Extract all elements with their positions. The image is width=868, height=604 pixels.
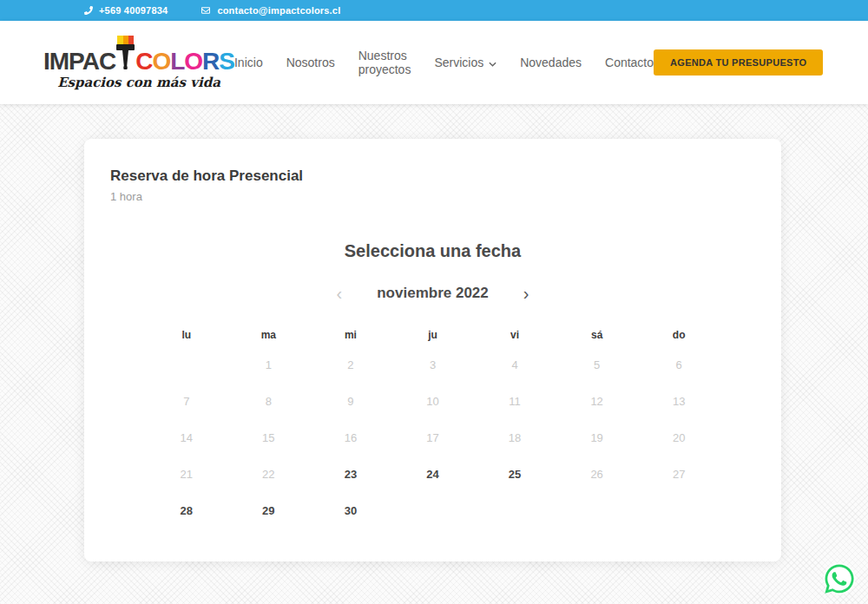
calendar-day-12: 12	[556, 383, 638, 419]
calendar-day-2: 2	[310, 346, 392, 383]
calendar-day-6: 6	[638, 346, 720, 383]
logo-letter: C	[135, 49, 152, 74]
nav-item-nosotros[interactable]: Nosotros	[286, 56, 335, 69]
nav-item-contacto[interactable]: Contacto	[605, 56, 654, 69]
month-nav: ‹ noviembre 2022 ›	[84, 283, 781, 304]
nav-item-label: Nosotros	[286, 56, 335, 69]
calendar-day-15: 15	[227, 419, 310, 456]
logo-word-impact: IMPAC	[43, 49, 115, 74]
calendar-day-5: 5	[556, 346, 638, 383]
calendar-empty-cell	[556, 492, 638, 528]
calendar-day-19: 19	[556, 419, 638, 456]
calendar-day-18: 18	[474, 419, 556, 456]
prev-month-button[interactable]: ‹	[332, 283, 348, 304]
nav-item-label: Nuestros proyectos	[358, 49, 411, 76]
select-date-heading: Selecciona una fecha	[84, 241, 781, 261]
nav-item-label: Contacto	[605, 56, 654, 69]
calendar-day-27: 27	[638, 456, 720, 492]
weekday-label: lu	[146, 324, 228, 346]
weekday-label: sá	[556, 324, 638, 346]
weekday-label: mi	[310, 324, 392, 346]
calendar-day-30[interactable]: 30	[310, 492, 392, 528]
calendar-day-4: 4	[474, 346, 556, 383]
service-duration: 1 hora	[110, 190, 755, 203]
calendar-day-25[interactable]: 25	[474, 456, 556, 492]
month-label: noviembre 2022	[377, 285, 489, 302]
envelope-icon	[201, 6, 211, 15]
calendar-empty-cell	[638, 492, 720, 528]
calendar-grid: lumamijuvisádo12345678910111213141516171…	[146, 324, 720, 528]
nav-item-servicios[interactable]: Servicios	[434, 56, 496, 69]
logo-word-colors: COLORS	[135, 49, 234, 74]
logo[interactable]: IMPAC COLORS Espacios con más vida	[43, 36, 234, 90]
topbar-phone-link[interactable]: +569 40097834	[84, 5, 168, 16]
weekday-label: ma	[227, 324, 310, 346]
logo-letter: O	[152, 49, 170, 74]
calendar-day-10: 10	[391, 383, 474, 419]
weekday-label: do	[638, 324, 720, 346]
nav-item-inicio[interactable]: Inicio	[234, 56, 263, 69]
service-title: Reserva de hora Presencial	[110, 167, 755, 185]
nav-item-label: Servicios	[434, 56, 483, 69]
chevron-down-icon	[489, 56, 496, 69]
calendar-day-1: 1	[227, 346, 310, 383]
logo-tagline: Espacios con más vida	[43, 75, 234, 90]
calendar-day-26: 26	[556, 456, 638, 492]
next-month-button[interactable]: ›	[518, 283, 535, 304]
logo-letter: L	[170, 49, 184, 74]
paintbrush-icon	[116, 36, 135, 73]
whatsapp-icon	[823, 585, 856, 598]
nav-item-nuestros-proyectos[interactable]: Nuestros proyectos	[358, 49, 411, 76]
calendar-day-29[interactable]: 29	[227, 492, 310, 528]
nav-item-label: Inicio	[234, 56, 263, 69]
logo-letter: R	[202, 49, 219, 74]
booking-card: Reserva de hora Presencial 1 hora Selecc…	[84, 139, 781, 561]
booking-card-head: Reserva de hora Presencial 1 hora	[84, 139, 781, 203]
calendar-day-17: 17	[391, 419, 474, 456]
calendar-day-24[interactable]: 24	[391, 456, 474, 492]
main-nav: InicioNosotrosNuestros proyectosServicio…	[234, 49, 654, 76]
calendar-empty-cell	[391, 492, 474, 528]
calendar-day-28[interactable]: 28	[146, 492, 228, 528]
whatsapp-button[interactable]	[823, 562, 856, 595]
calendar-empty-cell	[474, 492, 556, 528]
calendar-day-22: 22	[227, 456, 310, 492]
calendar-day-13: 13	[638, 383, 720, 419]
main-area: Reserva de hora Presencial 1 hora Selecc…	[0, 104, 868, 604]
site-header: IMPAC COLORS Espacios con más vida Inici…	[0, 21, 868, 104]
logo-letter: S	[219, 49, 234, 74]
calendar-empty-cell	[146, 346, 228, 383]
calendar-day-11: 11	[474, 383, 556, 419]
agenda-presupuesto-button[interactable]: AGENDA TU PRESUPUESTO	[654, 49, 823, 76]
calendar-day-16: 16	[310, 419, 392, 456]
main-nav-list: InicioNosotrosNuestros proyectosServicio…	[234, 49, 654, 76]
topbar-email-link[interactable]: contacto@impactcolors.cl	[201, 5, 340, 16]
topbar: +569 40097834 contacto@impactcolors.cl	[0, 0, 868, 21]
calendar-day-21: 21	[146, 456, 228, 492]
calendar-day-14: 14	[146, 419, 228, 456]
logo-wordmark: IMPAC COLORS	[43, 36, 234, 74]
logo-letter: O	[184, 49, 202, 74]
calendar-day-3: 3	[391, 346, 474, 383]
calendar-day-8: 8	[227, 383, 310, 419]
weekday-label: ju	[391, 324, 474, 346]
calendar-day-9: 9	[310, 383, 392, 419]
calendar-day-20: 20	[638, 419, 720, 456]
topbar-phone-text: +569 40097834	[99, 5, 168, 16]
topbar-email-text: contacto@impactcolors.cl	[217, 5, 340, 16]
weekday-label: vi	[474, 324, 556, 346]
phone-icon	[84, 6, 93, 15]
calendar-day-7: 7	[146, 383, 228, 419]
nav-item-label: Novedades	[520, 56, 582, 69]
nav-item-novedades[interactable]: Novedades	[520, 56, 582, 69]
calendar-day-23[interactable]: 23	[310, 456, 392, 492]
